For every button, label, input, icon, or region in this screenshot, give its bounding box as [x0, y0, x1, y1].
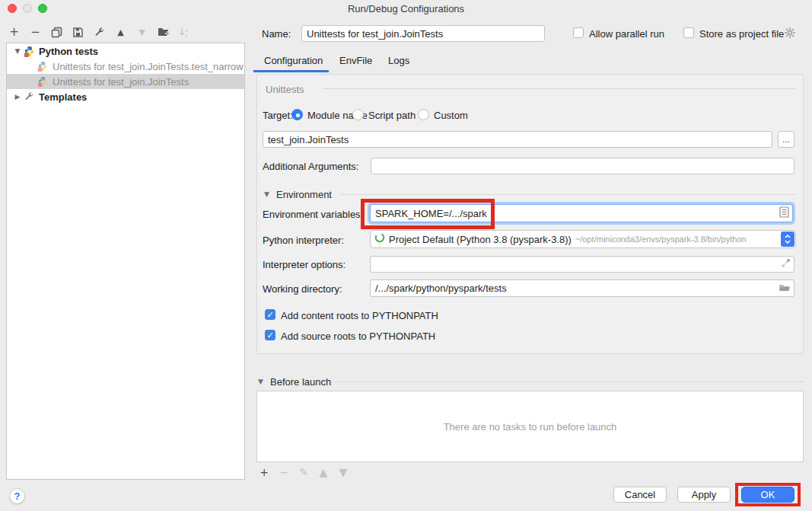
- group-title: Unittests: [266, 84, 304, 95]
- additional-arguments-label: Additional Arguments:: [263, 161, 358, 172]
- environment-divider: [341, 194, 796, 195]
- allow-parallel-run-checkbox[interactable]: [573, 27, 584, 38]
- python-interpreter-label: Python interpreter:: [263, 235, 344, 246]
- templates-wrench-icon: [24, 91, 35, 103]
- before-launch-collapse-icon[interactable]: ▼: [258, 378, 263, 385]
- add-configuration-icon[interactable]: +: [8, 26, 21, 39]
- python-interpreter-select[interactable]: Project Default (Python 3.8 (pyspark-3.8…: [370, 230, 796, 248]
- name-label: Name:: [262, 28, 291, 40]
- help-button[interactable]: ?: [9, 488, 25, 504]
- configurations-toolbar: + − ▲ ▼ az: [8, 24, 191, 40]
- check-icon: ✓: [266, 331, 273, 340]
- add-task-icon[interactable]: +: [259, 466, 269, 478]
- store-as-project-file-label: Store as project file: [699, 28, 784, 40]
- tree-item-templates[interactable]: ▶ Templates: [7, 89, 244, 104]
- module-name-value: test_join.JoinTests: [268, 134, 349, 145]
- chevron-right-icon[interactable]: ▶: [13, 93, 22, 101]
- browse-module-button[interactable]: ...: [778, 131, 794, 148]
- before-launch-toolbar: + − ✎ ▲ ▼: [259, 466, 349, 478]
- save-configuration-icon[interactable]: [72, 26, 84, 39]
- interpreter-options-label: Interpreter options:: [263, 259, 345, 270]
- tree-item-label: Python tests: [39, 46, 98, 57]
- before-launch-title: Before launch: [270, 376, 331, 388]
- add-source-roots-checkbox[interactable]: ✓: [265, 330, 275, 340]
- check-icon: ✓: [266, 310, 273, 320]
- tree-item-label: Unittests for test_join.JoinTests: [53, 76, 189, 88]
- apply-button-label: Apply: [692, 489, 717, 500]
- move-up-icon[interactable]: ▲: [114, 26, 127, 39]
- edit-variables-icon[interactable]: [779, 206, 789, 220]
- interpreter-options-input[interactable]: [370, 256, 794, 273]
- tab-logs[interactable]: Logs: [388, 55, 409, 66]
- python-interpreter-value: Project Default (Python 3.8 (pyspark-3.8…: [389, 234, 572, 245]
- before-launch-divider: [335, 382, 804, 382]
- target-label: Target:: [263, 110, 293, 121]
- working-directory-value: /.../spark/python/pyspark/tests: [375, 283, 507, 294]
- chevron-down-icon[interactable]: ▼: [13, 47, 22, 55]
- working-directory-label: Working directory:: [263, 283, 342, 295]
- apply-button[interactable]: Apply: [677, 487, 731, 503]
- add-content-roots-checkbox[interactable]: ✓: [265, 309, 275, 320]
- store-as-project-file-checkbox[interactable]: [683, 27, 694, 38]
- move-task-up-icon: ▲: [318, 466, 329, 478]
- environment-variables-label: Environment variables:: [263, 209, 363, 220]
- additional-arguments-input[interactable]: [371, 158, 794, 174]
- cancel-button-label: Cancel: [625, 489, 655, 500]
- combo-stepper-icon[interactable]: [781, 232, 794, 247]
- name-input[interactable]: Unittests for test_join.JoinTests: [301, 25, 545, 42]
- expand-field-icon[interactable]: [781, 258, 791, 270]
- python-interpreter-path: ~/opt/miniconda3/envs/pyspark-3.8/bin/py…: [575, 235, 747, 244]
- ok-button[interactable]: OK: [741, 487, 794, 503]
- environment-variables-input[interactable]: SPARK_HOME=/.../spark: [370, 204, 793, 222]
- remove-configuration-icon[interactable]: −: [29, 26, 42, 39]
- group-divider: [323, 88, 796, 89]
- configurations-tree: ▼ Python tests Unittests for test_join.J…: [6, 43, 245, 480]
- gear-icon[interactable]: [784, 27, 796, 42]
- add-source-roots-label: Add source roots to PYTHONPATH: [281, 331, 435, 342]
- move-task-down-icon: ▼: [338, 466, 349, 478]
- working-directory-input[interactable]: /.../spark/python/pyspark/tests: [370, 279, 794, 297]
- remove-task-icon: −: [279, 466, 289, 478]
- tree-item-label: Templates: [39, 91, 87, 103]
- allow-parallel-run-label: Allow parallel run: [589, 28, 664, 40]
- copy-configuration-icon[interactable]: [50, 26, 63, 39]
- conda-environment-icon: [374, 232, 385, 246]
- move-down-icon: ▼: [135, 26, 148, 39]
- edit-templates-icon[interactable]: [93, 26, 106, 39]
- tree-item-unittests-jointests-selected[interactable]: Unittests for test_join.JoinTests: [7, 74, 244, 89]
- radio-module-name[interactable]: [291, 109, 303, 120]
- new-folder-icon[interactable]: [157, 26, 170, 39]
- python-test-config-icon: [37, 61, 49, 72]
- title-bar: Run/Debug Configurations: [0, 0, 812, 17]
- ellipsis-icon: ...: [782, 136, 790, 142]
- tree-item-python-tests[interactable]: ▼ Python tests: [7, 43, 244, 59]
- active-tab-indicator: [253, 70, 329, 72]
- add-content-roots-label: Add content roots to PYTHONPATH: [281, 310, 438, 321]
- module-name-input[interactable]: test_join.JoinTests: [263, 131, 772, 148]
- run-debug-configurations-dialog: Run/Debug Configurations + − ▲ ▼ az ▼ Py: [0, 0, 812, 511]
- empty-tasks-message: There are no tasks to run before launch: [444, 421, 617, 433]
- radio-script-path-label: Script path: [368, 110, 416, 121]
- edit-task-icon: ✎: [298, 466, 309, 478]
- before-launch-tasks-panel: There are no tasks to run before launch: [256, 391, 804, 462]
- python-tests-icon: [24, 46, 35, 57]
- svg-text:a: a: [185, 27, 188, 32]
- environment-variables-value: SPARK_HOME=/.../spark: [375, 208, 487, 219]
- folder-icon[interactable]: [779, 283, 791, 295]
- environment-section-title: Environment: [276, 189, 332, 200]
- radio-script-path[interactable]: [352, 109, 364, 120]
- python-test-config-icon: [37, 76, 49, 88]
- sort-alphabetically-icon: az: [178, 26, 191, 39]
- svg-text:z: z: [185, 32, 187, 37]
- radio-custom[interactable]: [418, 109, 429, 120]
- question-mark-icon: ?: [14, 490, 21, 502]
- tab-envfile[interactable]: EnvFile: [339, 55, 372, 66]
- tab-configuration[interactable]: Configuration: [264, 55, 323, 66]
- name-value: Unittests for test_join.JoinTests: [307, 28, 443, 40]
- cancel-button[interactable]: Cancel: [613, 487, 667, 503]
- radio-custom-label: Custom: [434, 110, 468, 121]
- ok-button-label: OK: [761, 489, 775, 500]
- window-title: Run/Debug Configurations: [0, 3, 812, 14]
- tree-item-unittests-test-narrow[interactable]: Unittests for test_join.JoinTests.test_n…: [7, 59, 244, 74]
- environment-collapse-icon[interactable]: ▼: [264, 190, 269, 198]
